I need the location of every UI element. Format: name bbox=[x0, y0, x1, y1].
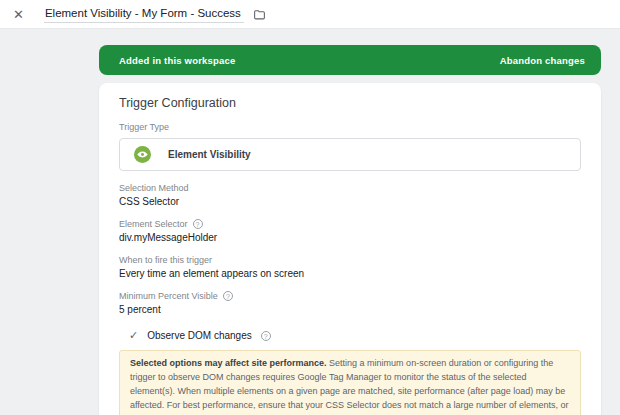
close-icon[interactable]: ✕ bbox=[13, 8, 24, 21]
warning-title: Selected options may affect site perform… bbox=[130, 358, 327, 368]
help-icon[interactable]: ? bbox=[261, 331, 271, 341]
when-to-fire-value: Every time an element appears on screen bbox=[119, 268, 581, 279]
selection-method-label: Selection Method bbox=[119, 183, 581, 193]
help-icon[interactable]: ? bbox=[193, 219, 203, 229]
trigger-type-label: Trigger Type bbox=[119, 122, 581, 132]
trigger-type-value: Element Visibility bbox=[168, 149, 251, 160]
selection-method-value: CSS Selector bbox=[119, 196, 581, 207]
performance-warning-box: Selected options may affect site perform… bbox=[119, 350, 581, 415]
minimum-percent-visible-label: Minimum Percent Visible bbox=[119, 291, 218, 301]
element-selector-value: div.myMessageHolder bbox=[119, 232, 581, 243]
workspace-status-text: Added in this workspace bbox=[119, 55, 236, 66]
trigger-configuration-card: Trigger Configuration Trigger Type Eleme… bbox=[99, 83, 601, 415]
observe-dom-changes-checkbox[interactable]: ✓ Observe DOM changes ? bbox=[129, 330, 581, 341]
folder-icon[interactable] bbox=[253, 8, 266, 21]
element-selector-label-row: Element Selector ? bbox=[119, 219, 581, 229]
minimum-percent-visible-label-row: Minimum Percent Visible ? bbox=[119, 291, 581, 301]
element-selector-label: Element Selector bbox=[119, 219, 188, 229]
help-icon[interactable]: ? bbox=[223, 291, 233, 301]
card-title: Trigger Configuration bbox=[119, 96, 581, 110]
trigger-type-selector[interactable]: Element Visibility bbox=[119, 138, 581, 171]
element-visibility-eye-icon bbox=[134, 146, 151, 163]
title-bar: ✕ Element Visibility - My Form - Success bbox=[0, 0, 620, 29]
abandon-changes-button[interactable]: Abandon changes bbox=[500, 55, 585, 66]
workspace-banner: Added in this workspace Abandon changes bbox=[99, 45, 601, 75]
checkmark-icon: ✓ bbox=[129, 330, 138, 341]
trigger-name-field[interactable]: Element Visibility - My Form - Success bbox=[44, 6, 244, 23]
minimum-percent-visible-value: 5 percent bbox=[119, 304, 581, 315]
observe-dom-changes-label: Observe DOM changes bbox=[147, 330, 252, 341]
when-to-fire-label: When to fire this trigger bbox=[119, 255, 581, 265]
